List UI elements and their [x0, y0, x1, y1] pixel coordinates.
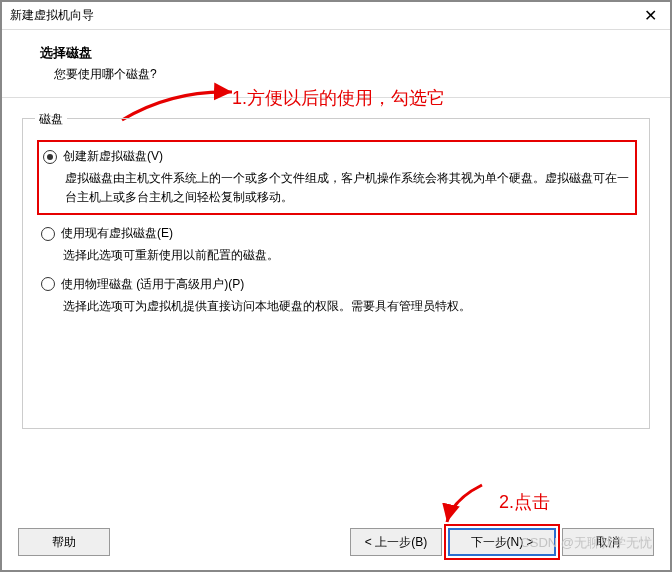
radio-label: 创建新虚拟磁盘(V): [63, 148, 163, 165]
fieldset-legend: 磁盘: [35, 111, 67, 128]
option-use-existing-disk[interactable]: 使用现有虚拟磁盘(E) 选择此选项可重新使用以前配置的磁盘。: [41, 225, 637, 265]
help-button[interactable]: 帮助: [18, 528, 110, 556]
option-description: 选择此选项可为虚拟机提供直接访问本地硬盘的权限。需要具有管理员特权。: [63, 297, 637, 316]
radio-row: 创建新虚拟磁盘(V): [43, 148, 631, 165]
page-subtitle: 您要使用哪个磁盘?: [54, 66, 650, 83]
option-description: 选择此选项可重新使用以前配置的磁盘。: [63, 246, 637, 265]
content-area: 1.方便以后的使用，勾选它 磁盘 创建新虚拟磁盘(V) 虚拟磁盘由主机文件系统上…: [2, 98, 670, 429]
radio-row: 使用物理磁盘 (适用于高级用户)(P): [41, 276, 637, 293]
button-bar: 帮助 < 上一步(B) 下一步(N) > 取消: [2, 528, 670, 556]
option-description: 虚拟磁盘由主机文件系统上的一个或多个文件组成，客户机操作系统会将其视为单个硬盘。…: [65, 169, 631, 207]
back-button[interactable]: < 上一步(B): [350, 528, 442, 556]
page-title: 选择磁盘: [40, 44, 650, 62]
radio-icon[interactable]: [41, 277, 55, 291]
radio-label: 使用现有虚拟磁盘(E): [61, 225, 173, 242]
close-button[interactable]: ✕: [630, 2, 670, 30]
close-icon: ✕: [644, 6, 657, 25]
annotation-2: 2.点击: [499, 490, 550, 514]
option-use-physical-disk[interactable]: 使用物理磁盘 (适用于高级用户)(P) 选择此选项可为虚拟机提供直接访问本地硬盘…: [41, 276, 637, 316]
annotation-arrow-2: [432, 480, 492, 530]
option-create-new-disk[interactable]: 创建新虚拟磁盘(V) 虚拟磁盘由主机文件系统上的一个或多个文件组成，客户机操作系…: [37, 140, 637, 215]
radio-row: 使用现有虚拟磁盘(E): [41, 225, 637, 242]
disk-fieldset: 磁盘 创建新虚拟磁盘(V) 虚拟磁盘由主机文件系统上的一个或多个文件组成，客户机…: [22, 118, 650, 429]
radio-label: 使用物理磁盘 (适用于高级用户)(P): [61, 276, 244, 293]
radio-icon[interactable]: [43, 150, 57, 164]
next-button[interactable]: 下一步(N) >: [448, 528, 556, 556]
window-title: 新建虚拟机向导: [10, 7, 94, 24]
cancel-button[interactable]: 取消: [562, 528, 654, 556]
wizard-header: 选择磁盘 您要使用哪个磁盘?: [2, 30, 670, 98]
titlebar: 新建虚拟机向导 ✕: [2, 2, 670, 30]
radio-icon[interactable]: [41, 227, 55, 241]
